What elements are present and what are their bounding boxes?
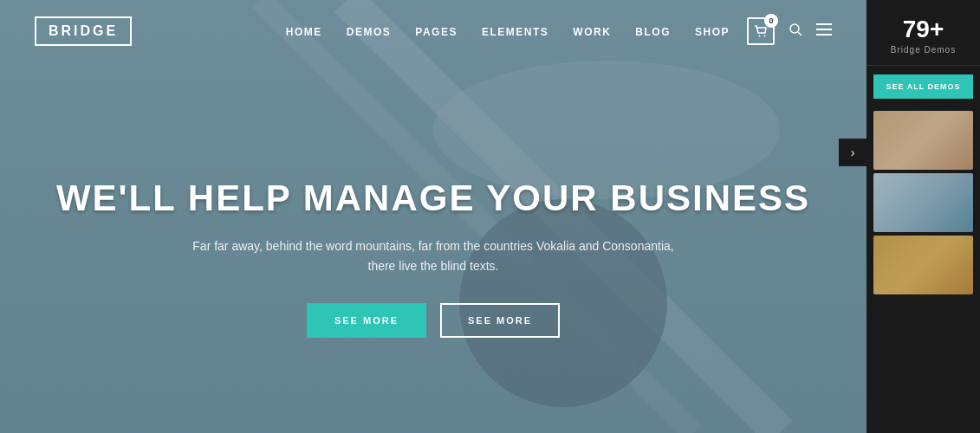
hero-title: WE'LL HELP MANAGE YOUR BUSINESS [35, 178, 832, 219]
nav-link-home[interactable]: HOME [286, 26, 322, 38]
nav-icons: 0 [747, 17, 832, 45]
search-button[interactable] [789, 23, 802, 40]
nav-item-pages[interactable]: PAGES [415, 23, 458, 39]
hero-section: BRIDGE HOME DEMOS PAGES ELEMENTS [0, 0, 866, 433]
nav-link-pages[interactable]: PAGES [415, 26, 458, 38]
main-area: BRIDGE HOME DEMOS PAGES ELEMENTS [0, 0, 980, 433]
svg-line-3 [798, 32, 802, 36]
demo-thumbnail-2[interactable] [873, 173, 973, 232]
cart-button[interactable]: 0 [747, 17, 775, 45]
nav-item-shop[interactable]: SHOP [695, 23, 730, 39]
svg-point-2 [790, 24, 799, 33]
nav-link-elements[interactable]: ELEMENTS [482, 26, 548, 38]
see-all-demos-button[interactable]: SEE ALL DEMOS [873, 74, 973, 99]
nav-item-elements[interactable]: ELEMENTS [482, 23, 548, 39]
nav-item-work[interactable]: WORK [573, 23, 611, 39]
demo-label: Bridge Demos [877, 45, 970, 55]
demo-thumbnail-1[interactable] [873, 111, 973, 170]
logo[interactable]: BRIDGE [35, 16, 132, 46]
hero-content: WE'LL HELP MANAGE YOUR BUSINESS Far far … [0, 178, 866, 338]
sidebar-panel: › 79+ Bridge Demos SEE ALL DEMOS [866, 0, 980, 433]
demo-count: 79+ [877, 16, 970, 43]
hero-subtitle: Far far away, behind the word mountains,… [191, 236, 676, 275]
panel-header: 79+ Bridge Demos [866, 0, 980, 66]
see-more-outline-button[interactable]: SEE MORE [440, 303, 560, 338]
nav-item-home[interactable]: HOME [286, 23, 322, 39]
hamburger-icon [816, 23, 832, 36]
search-icon [789, 23, 802, 36]
nav-item-demos[interactable]: DEMOS [347, 23, 392, 39]
menu-button[interactable] [816, 23, 832, 39]
demo-thumbnail-3[interactable] [873, 236, 973, 294]
svg-point-0 [759, 36, 761, 37]
demo-thumbnails [866, 107, 980, 433]
nav-link-blog[interactable]: BLOG [635, 26, 671, 38]
page-wrapper: BRIDGE HOME DEMOS PAGES ELEMENTS [0, 0, 980, 433]
panel-toggle-button[interactable]: › [839, 139, 866, 166]
cart-icon [754, 25, 768, 37]
see-more-primary-button[interactable]: SEE MORE [307, 303, 426, 338]
nav-links: HOME DEMOS PAGES ELEMENTS WORK [286, 23, 730, 39]
chevron-icon: › [851, 145, 855, 159]
svg-point-1 [764, 36, 766, 37]
hero-buttons: SEE MORE SEE MORE [35, 303, 832, 338]
nav-link-shop[interactable]: SHOP [695, 26, 730, 38]
nav-item-blog[interactable]: BLOG [635, 23, 671, 39]
nav-link-demos[interactable]: DEMOS [347, 26, 392, 38]
cart-badge: 0 [764, 14, 778, 28]
navbar: BRIDGE HOME DEMOS PAGES ELEMENTS [0, 0, 866, 62]
nav-link-work[interactable]: WORK [573, 26, 611, 38]
